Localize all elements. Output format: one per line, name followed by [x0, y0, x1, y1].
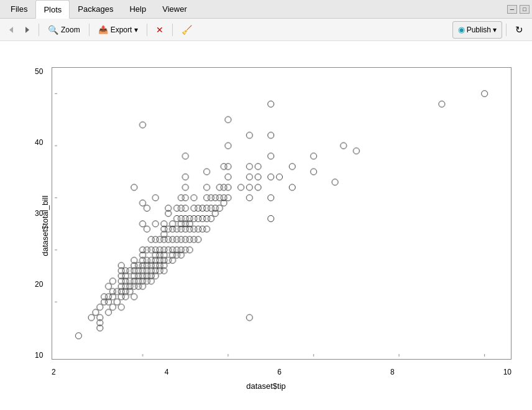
publish-label: Publish: [467, 26, 491, 34]
export-label: Export: [111, 26, 132, 34]
broom-icon: 🧹: [181, 25, 192, 35]
scatter-canvas: [52, 68, 511, 359]
zoom-icon: 🔍: [48, 25, 58, 35]
back-button[interactable]: [4, 22, 19, 37]
separator-1: [39, 24, 39, 36]
zoom-button[interactable]: 🔍 Zoom: [43, 21, 85, 39]
refresh-icon: ↻: [515, 24, 523, 35]
tab-packages[interactable]: Packages: [70, 0, 121, 19]
chart-inner: [52, 67, 511, 360]
tab-plots[interactable]: Plots: [35, 0, 70, 19]
x-tick-10: 10: [503, 368, 511, 376]
svg-marker-1: [25, 27, 29, 33]
y-tick-50: 50: [35, 67, 43, 76]
x-ticks: 2 4 6 8 10: [52, 368, 511, 376]
x-tick-8: 8: [390, 368, 395, 376]
plot-area: dataset$total_bill 10 20 30 40 50 2 4 6 …: [0, 41, 532, 410]
x-tick-4: 4: [165, 368, 169, 376]
clear-icon: ✕: [156, 25, 163, 35]
x-axis-label: dataset$tip: [246, 381, 286, 391]
y-tick-40: 40: [35, 138, 43, 147]
x-tick-6: 6: [277, 368, 282, 376]
export-icon: 📤: [98, 25, 108, 34]
maximize-button[interactable]: □: [520, 5, 530, 14]
broom-button[interactable]: 🧹: [177, 21, 197, 39]
minimize-button[interactable]: ─: [507, 5, 517, 14]
separator-4: [172, 24, 173, 36]
chart-container: dataset$total_bill 10 20 30 40 50 2 4 6 …: [11, 58, 521, 394]
tab-viewer[interactable]: Viewer: [154, 0, 195, 19]
clear-button[interactable]: ✕: [151, 21, 168, 39]
window-controls: ─ □: [507, 5, 530, 14]
toolbar: 🔍 Zoom 📤 Export ▾ ✕ 🧹 ◉ Publish ▾ ↻: [0, 19, 532, 41]
svg-marker-0: [9, 27, 13, 33]
top-tabs-bar: Files Plots Packages Help Viewer ─ □: [0, 0, 532, 19]
refresh-button[interactable]: ↻: [510, 21, 528, 39]
y-ticks: 10 20 30 40 50: [35, 67, 43, 360]
y-tick-30: 30: [35, 209, 43, 218]
publish-button[interactable]: ◉ Publish ▾: [452, 21, 502, 39]
separator-3: [147, 24, 147, 36]
publish-icon: ◉: [458, 25, 465, 34]
zoom-label: Zoom: [61, 26, 80, 34]
export-button[interactable]: 📤 Export ▾: [93, 21, 144, 39]
export-arrow-icon: ▾: [134, 26, 138, 34]
separator-2: [89, 24, 89, 36]
tab-files[interactable]: Files: [2, 0, 35, 19]
tab-help[interactable]: Help: [121, 0, 154, 19]
y-tick-10: 10: [35, 351, 43, 360]
y-tick-20: 20: [35, 280, 43, 289]
x-tick-2: 2: [52, 368, 56, 376]
publish-arrow-icon: ▾: [493, 26, 497, 34]
separator-5: [506, 24, 507, 36]
forward-button[interactable]: [20, 22, 35, 37]
